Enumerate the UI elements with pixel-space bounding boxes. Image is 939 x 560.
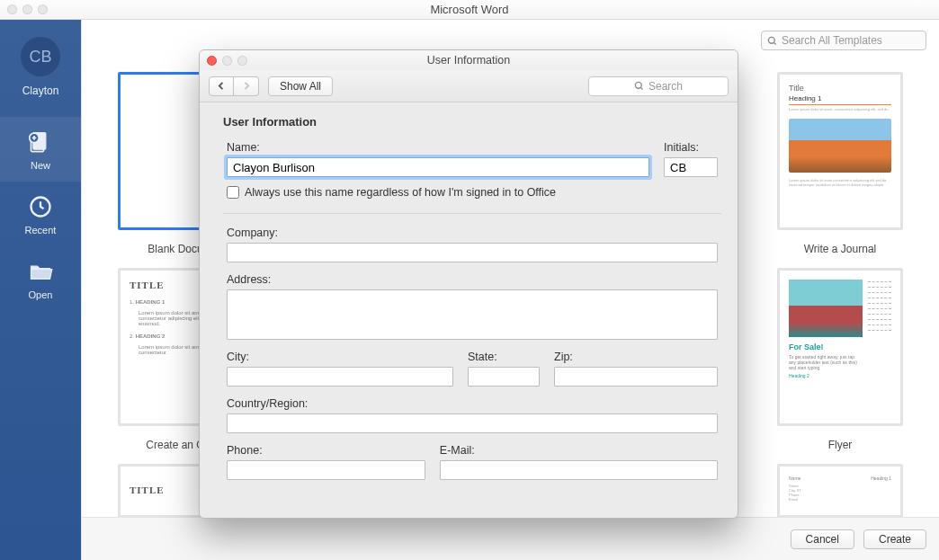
modal-body: User Information Name: Initials: Always … [200, 102, 738, 518]
cancel-button[interactable]: Cancel [791, 529, 854, 549]
chevron-right-icon [242, 82, 250, 90]
clock-icon [28, 194, 53, 219]
search-icon [767, 36, 777, 46]
template-thumb-text: Lorem ipsum dolor sit amet, consectetur … [789, 107, 891, 111]
new-document-icon [28, 129, 53, 155]
search-templates-placeholder: Search All Templates [782, 34, 882, 47]
template-thumb-text: Heading 1 [789, 94, 891, 105]
city-label: City: [227, 351, 453, 363]
nav-back-button[interactable] [209, 76, 234, 96]
city-input[interactable] [227, 367, 453, 387]
sidebar-item-label: Open [29, 289, 53, 300]
state-input[interactable] [468, 367, 540, 387]
sidebar-item-new[interactable]: New [0, 117, 81, 182]
folder-icon [28, 259, 53, 284]
avatar[interactable]: CB [20, 36, 61, 77]
company-input[interactable] [227, 243, 718, 262]
template-label: Write a Journal [804, 243, 876, 255]
initials-input[interactable] [664, 157, 718, 177]
bottom-bar: Cancel Create [82, 517, 939, 560]
email-input[interactable] [440, 460, 718, 480]
chevron-left-icon [218, 82, 226, 90]
modal-search-placeholder: Search [648, 80, 683, 93]
modal-toolbar: Show All Search [200, 70, 738, 102]
address-input[interactable] [227, 289, 718, 340]
show-all-button[interactable]: Show All [268, 76, 333, 96]
initials-label: Initials: [664, 141, 718, 154]
sidebar-item-open[interactable]: Open [0, 246, 81, 311]
modal-titlebar: User Information [200, 50, 738, 70]
sidebar-item-label: Recent [25, 225, 57, 236]
avatar-name: Clayton [22, 84, 59, 97]
sidebar-item-recent[interactable]: Recent [0, 182, 81, 246]
always-use-name-label: Always use this name regardless of how I… [245, 186, 556, 199]
search-templates-input[interactable]: Search All Templates [761, 31, 926, 50]
section-title: User Information [223, 115, 721, 129]
email-label: E-Mail: [440, 444, 718, 457]
template-thumb-text: Heading 2 [789, 373, 863, 378]
preferences-modal: User Information Show All Search User In… [199, 49, 738, 519]
name-input[interactable] [227, 157, 649, 177]
phone-label: Phone: [227, 444, 425, 457]
country-label: Country/Region: [227, 397, 718, 410]
country-input[interactable] [227, 413, 718, 433]
modal-title: User Information [200, 54, 738, 67]
create-button[interactable]: Create [863, 529, 926, 549]
phone-input[interactable] [227, 460, 425, 480]
always-use-name-checkbox[interactable] [227, 186, 239, 199]
template-journal[interactable]: Title Heading 1 Lorem ipsum dolor sit am… [777, 72, 903, 230]
sidebar: CB Clayton New Recent Open [0, 20, 81, 560]
zip-input[interactable] [554, 367, 718, 387]
nav-buttons [209, 76, 259, 96]
window-titlebar: Microsoft Word [0, 0, 939, 20]
window-title: Microsoft Word [0, 3, 939, 16]
company-label: Company: [227, 227, 718, 239]
template-thumb-image [789, 119, 891, 173]
template-flyer[interactable]: For Sale! To get started right away, jus… [777, 268, 903, 426]
address-label: Address: [227, 273, 718, 286]
sidebar-item-label: New [31, 160, 50, 171]
template-thumb-text: To get started right away, just tap any … [789, 354, 863, 370]
name-label: Name: [227, 141, 649, 154]
template-thumb-text: Title [789, 84, 891, 93]
template-thumb-sidebar [868, 280, 891, 414]
template-label: Flyer [828, 439, 853, 451]
svg-point-4 [768, 37, 774, 43]
template-thumb-image [789, 280, 863, 337]
state-label: State: [468, 351, 540, 363]
search-icon [634, 81, 644, 91]
zip-label: Zip: [554, 351, 718, 363]
nav-forward-button[interactable] [234, 76, 259, 96]
modal-search-input[interactable]: Search [588, 76, 729, 96]
template-partial-2[interactable]: NameHeading 1 StreetCity, STPhoneEmail [777, 464, 903, 517]
template-thumb-text: Lorem ipsum dolor sit amet consectetur a… [789, 178, 891, 187]
svg-point-5 [635, 82, 641, 88]
template-thumb-text: For Sale! [789, 342, 863, 351]
